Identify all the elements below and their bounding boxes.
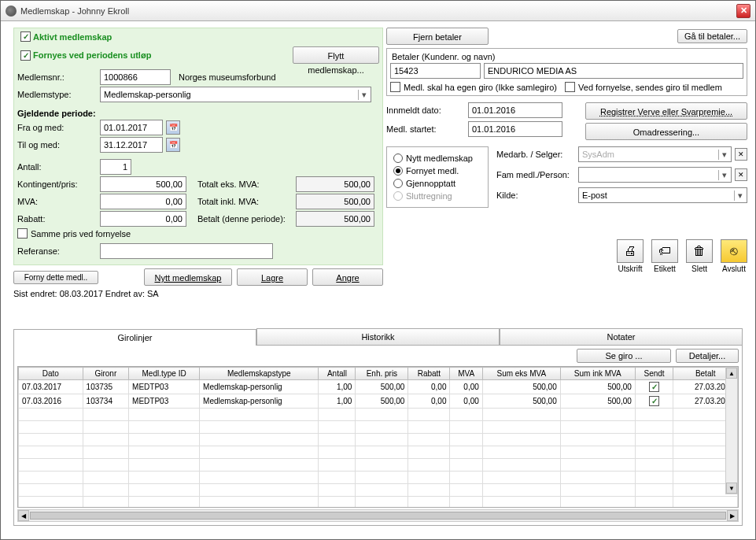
- medarb-select[interactable]: SysAdm▾: [578, 146, 732, 162]
- column-header[interactable]: Sum ink MVA: [560, 368, 635, 380]
- column-header[interactable]: Gironr: [83, 368, 129, 380]
- slett-button[interactable]: 🗑Slett: [686, 239, 713, 273]
- calendar-icon[interactable]: 📅: [166, 138, 180, 152]
- radio-gjennopptatt[interactable]: [393, 179, 403, 188]
- fam-label: Fam medl./Person:: [496, 170, 575, 179]
- column-header[interactable]: Dato: [19, 368, 83, 380]
- table-row[interactable]: [19, 497, 738, 509]
- rabatt-input[interactable]: [100, 211, 186, 227]
- medlemsnr-label: Medlemsnr.:: [17, 72, 100, 82]
- scroll-thumb[interactable]: [30, 512, 726, 520]
- fam-select[interactable]: ▾: [578, 167, 732, 183]
- table-row[interactable]: [19, 472, 738, 484]
- medlemstype-value: Medlemskap-personlig: [104, 90, 191, 99]
- tot-ink-output: [296, 194, 374, 209]
- medlemstype-select[interactable]: Medlemskap-personlig ▾: [100, 87, 371, 102]
- scroll-up-icon[interactable]: ▲: [726, 368, 737, 379]
- table-row[interactable]: 07.03.2016103734MEDTP03Medlemskap-person…: [19, 394, 738, 409]
- til-input[interactable]: [100, 137, 163, 153]
- column-header[interactable]: Sum eks MVA: [482, 368, 560, 380]
- registrer-verve-button[interactable]: Registrer Verve eller Svarpremie...: [585, 102, 747, 120]
- kilde-label: Kilde:: [496, 190, 575, 200]
- betaler-navn-input[interactable]: [484, 63, 743, 79]
- scroll-down-icon[interactable]: ▼: [726, 483, 737, 494]
- sendt-checkbox[interactable]: [649, 382, 659, 392]
- radio-fornyet[interactable]: [393, 166, 403, 176]
- column-header[interactable]: MVA: [450, 368, 482, 380]
- clear-medarb-button[interactable]: ✕: [735, 148, 747, 161]
- antall-input[interactable]: [100, 159, 131, 175]
- detaljer-button[interactable]: Detaljer...: [676, 349, 739, 363]
- forny-button[interactable]: Forny dette medl..: [13, 271, 98, 284]
- column-header[interactable]: Rabatt: [408, 368, 450, 380]
- medlemstype-title-label: Medlemstype:: [17, 90, 100, 99]
- antall-label: Antall:: [17, 162, 100, 172]
- column-header[interactable]: Medlemskapstype: [200, 368, 319, 380]
- active-membership-checkbox[interactable]: [20, 31, 31, 42]
- table-scrollbar-horizontal[interactable]: ◀ ▶: [17, 509, 739, 522]
- omadressering-button[interactable]: Omadressering...: [585, 123, 747, 140]
- angre-button[interactable]: Angre: [312, 268, 383, 286]
- table-row[interactable]: [19, 484, 738, 497]
- column-header[interactable]: Medl.type ID: [129, 368, 200, 380]
- kontingent-label: Kontingent/pris:: [17, 179, 100, 189]
- fjern-betaler-button[interactable]: Fjern betaler: [386, 28, 489, 45]
- sendt-checkbox[interactable]: [649, 396, 659, 406]
- table-row[interactable]: [19, 409, 738, 421]
- column-header[interactable]: Antall: [319, 368, 356, 380]
- scroll-left-icon[interactable]: ◀: [18, 510, 29, 521]
- chevron-down-icon: ▾: [718, 170, 729, 180]
- utskrift-button[interactable]: 🖨Utskrift: [617, 239, 644, 273]
- scroll-right-icon[interactable]: ▶: [727, 510, 738, 521]
- table-row[interactable]: 07.03.2017103735MEDTP03Medlemskap-person…: [19, 380, 738, 394]
- active-membership-label: Aktivt medlemskap: [33, 32, 112, 42]
- medlstart-label: Medl. startet:: [386, 124, 465, 134]
- egen-giro-label: Medl. skal ha egen giro (Ikke samlegiro): [404, 83, 557, 92]
- clear-fam-button[interactable]: ✕: [735, 168, 747, 181]
- betaler-nr-input[interactable]: [390, 63, 481, 79]
- chevron-down-icon: ▾: [718, 150, 729, 160]
- nytt-medlemskap-button[interactable]: Nytt medlemskap: [144, 268, 232, 286]
- column-header[interactable]: Enh. pris: [356, 368, 408, 380]
- avslutt-button[interactable]: ⎋Avslutt: [721, 239, 747, 273]
- referanse-input[interactable]: [100, 243, 273, 259]
- samme-pris-label: Samme pris ved fornyelse: [31, 229, 131, 239]
- innmeldt-input[interactable]: [468, 102, 562, 118]
- betaler-panel: Betaler (Kundenr. og navn) Medl. skal ha…: [386, 48, 747, 96]
- mva-input[interactable]: [100, 194, 186, 209]
- egen-giro-checkbox[interactable]: [390, 82, 400, 92]
- innmeldt-label: Innmeldt dato:: [386, 105, 465, 115]
- lagre-button[interactable]: Lagre: [237, 268, 308, 286]
- kilde-select[interactable]: E-post▾: [578, 187, 747, 203]
- gaa-til-betaler-button[interactable]: Gå til betaler...: [677, 29, 747, 43]
- column-header[interactable]: Sendt: [635, 368, 673, 380]
- printer-icon: 🖨: [617, 239, 644, 263]
- flytt-medlemskap-button[interactable]: Flytt medlemskap...: [293, 46, 379, 64]
- table-row[interactable]: [19, 446, 738, 459]
- renew-checkbox[interactable]: [20, 50, 31, 61]
- medlemsnr-input[interactable]: [100, 69, 171, 85]
- table-row[interactable]: [19, 459, 738, 472]
- fra-input[interactable]: [100, 120, 163, 135]
- table-row[interactable]: [19, 421, 738, 434]
- tab-historikk[interactable]: Historikk: [256, 328, 500, 345]
- exit-icon: ⎋: [721, 239, 747, 263]
- table-scrollbar-vertical[interactable]: ▲ ▼: [725, 367, 738, 494]
- medlstart-input[interactable]: [468, 121, 562, 137]
- se-giro-button[interactable]: Se giro ...: [577, 349, 671, 363]
- tab-notater[interactable]: Notater: [500, 328, 743, 345]
- label-icon: 🏷: [651, 239, 678, 263]
- til-label: Til og med:: [17, 140, 100, 150]
- tab-girolinjer[interactable]: Girolinjer: [13, 329, 256, 346]
- table-row[interactable]: [19, 434, 738, 446]
- medarb-label: Medarb. / Selger:: [496, 150, 575, 159]
- kilde-value: E-post: [582, 190, 607, 200]
- fornyelse-giro-checkbox[interactable]: [565, 82, 575, 92]
- tot-eks-label: Totalt eks. MVA:: [197, 179, 296, 189]
- etikett-button[interactable]: 🏷Etikett: [651, 239, 678, 273]
- close-button[interactable]: ✕: [736, 4, 750, 18]
- radio-nytt[interactable]: [393, 153, 403, 163]
- calendar-icon[interactable]: 📅: [166, 120, 180, 135]
- kontingent-input[interactable]: [100, 176, 186, 192]
- samme-pris-checkbox[interactable]: [17, 228, 28, 239]
